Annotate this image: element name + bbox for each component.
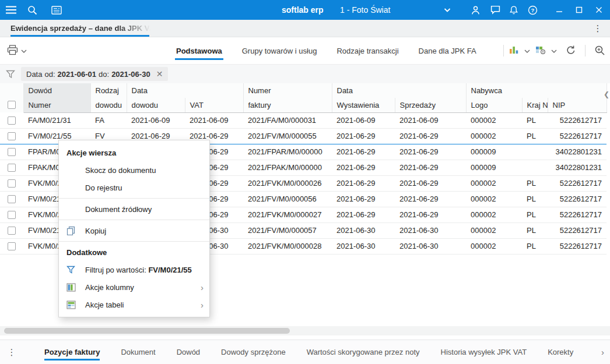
menu-item-to-register[interactable]: Do rejestru [59, 179, 209, 196]
col-subheader-nip[interactable]: NIP [548, 98, 607, 112]
bottom-tab-historia-wysylek-jpk-vat[interactable]: Historia wysyłek JPK VAT [441, 340, 527, 364]
cell-sprzedazy: 2021-06-29 [395, 207, 466, 222]
notifications-bell-icon[interactable] [505, 0, 523, 20]
row-checkbox-cell[interactable] [0, 112, 23, 128]
tab-grupy-towarow-i-uslug[interactable]: Grupy towarów i usług [241, 37, 318, 64]
pivot-chevron-down-icon[interactable] [551, 48, 557, 54]
select-all-checkbox[interactable] [8, 101, 16, 109]
menu-divider [59, 241, 209, 242]
menu-hamburger-icon[interactable] [2, 0, 20, 20]
menu-section-row-actions: Akcje wiersza [59, 144, 209, 161]
cell-logo: 000002 [466, 238, 522, 254]
tab-dane-dla-jpk-fa[interactable]: Dane dla JPK FA [418, 37, 478, 64]
pivot-actions-icon[interactable] [535, 45, 546, 56]
col-header-dowod[interactable]: Dowód [23, 83, 90, 98]
col-subheader-faktury[interactable]: faktury [243, 98, 332, 112]
menu-item-copy[interactable]: Kopiuj [59, 222, 209, 239]
company-selector[interactable]: 1 - Foto Świat [340, 0, 390, 20]
print-group[interactable] [7, 37, 27, 64]
col-subheader-sprzedazy[interactable]: Sprzedaży [395, 98, 466, 112]
user-icon[interactable] [467, 0, 484, 20]
col-subheader-kraj[interactable]: Kraj N [522, 98, 548, 112]
col-header-rodzaj[interactable]: Rodzaj [90, 83, 127, 98]
col-subheader-logo[interactable]: Logo [466, 98, 522, 112]
tab-strip-more-icon[interactable]: ⋮ [591, 23, 604, 34]
bottom-tab-wartosci-skorygowane-przez-noty[interactable]: Wartości skorygowane przez noty [307, 340, 420, 364]
row-checkbox[interactable] [8, 227, 16, 235]
window-maximize-icon[interactable] [570, 0, 588, 20]
row-checkbox[interactable] [8, 179, 16, 188]
menu-item-filter-by-value[interactable]: Filtruj po wartości: FV/M0/21/55 [59, 261, 209, 278]
menu-item-column-actions[interactable]: Akcje kolumny › [59, 278, 209, 296]
horizontal-scrollbar-thumb[interactable] [4, 328, 290, 334]
header-select-all[interactable] [0, 83, 23, 112]
horizontal-scrollbar[interactable] [0, 326, 610, 335]
col-subheader-numer[interactable]: Numer [23, 98, 90, 112]
table-row[interactable]: FA/M0/21/31FA2021-06-092021-06-092021/FA… [0, 112, 607, 128]
cell-sprzedazy: 2021-06-29 [395, 160, 466, 175]
help-icon[interactable]: ? [524, 0, 541, 20]
cell-logo: 000002 [466, 191, 522, 207]
row-checkbox[interactable] [8, 242, 16, 250]
row-checkbox-cell[interactable] [0, 144, 23, 160]
cell-numer_faktury: 2021/FA/M0/000031 [243, 112, 332, 128]
filter-funnel-icon[interactable] [0, 70, 21, 79]
bottom-tab-dowod[interactable]: Dowód [177, 340, 200, 364]
row-checkbox-cell[interactable] [0, 128, 23, 144]
company-chevron-down-icon[interactable] [439, 0, 456, 20]
row-checkbox[interactable] [8, 148, 16, 156]
cell-wystawienia: 2021-06-29 [332, 175, 395, 191]
submenu-chevron-right-icon: › [201, 300, 204, 310]
menu-item-goto-document[interactable]: Skocz do dokumentu [59, 161, 209, 179]
cell-kraj: PL [522, 191, 548, 207]
refresh-icon[interactable] [566, 45, 576, 57]
document-tab[interactable]: Ewidencja sprzedaży – dane dla JPK VAT [10, 20, 150, 37]
row-checkbox-cell[interactable] [0, 222, 23, 238]
print-icon[interactable] [7, 45, 18, 57]
row-checkbox-cell[interactable] [0, 160, 23, 175]
col-header-data-grp[interactable]: Data [332, 83, 466, 98]
filter-remove-icon[interactable]: ✕ [156, 69, 163, 79]
col-subheader-wystawienia[interactable]: Wystawienia [332, 98, 395, 112]
row-checkbox[interactable] [8, 116, 16, 125]
cell-kraj: PL [522, 238, 548, 254]
col-header-numer[interactable]: Numer [243, 83, 332, 98]
bottom-tab-pozycje-faktury[interactable]: Pozycje faktury [44, 340, 100, 364]
bottom-tab-korekty[interactable]: Korekty [548, 340, 573, 364]
bottom-more-icon[interactable]: ⋮ [0, 340, 23, 364]
chart-chevron-down-icon[interactable] [524, 48, 530, 54]
col-subheader-dowodu1[interactable]: dowodu [90, 98, 127, 112]
panel-collapse-chevron-icon[interactable]: ❮ [604, 90, 609, 98]
row-checkbox[interactable] [8, 211, 16, 219]
tab-podstawowa[interactable]: Podstawowa [175, 37, 223, 64]
chart-icon[interactable] [509, 45, 519, 56]
col-header-data-dowodu-grp[interactable]: Data [127, 83, 243, 98]
cell-wystawienia: 2021-06-29 [332, 207, 395, 222]
bottom-scroll-chevron-right-icon[interactable]: › [601, 340, 604, 364]
print-chevron-down-icon[interactable] [21, 48, 27, 54]
menu-item-table-actions[interactable]: Akcje tabeli › [59, 296, 209, 313]
row-checkbox-cell[interactable] [0, 175, 23, 191]
document-tab-strip: Ewidencja sprzedaży – dane dla JPK VAT ⋮ [0, 20, 610, 37]
window-minimize-icon[interactable] [551, 0, 568, 20]
tab-rodzaje-transakcji[interactable]: Rodzaje transakcji [335, 37, 399, 64]
menu-item-source-document[interactable]: Dokument źródłowy [59, 200, 209, 218]
row-checkbox-cell[interactable] [0, 207, 23, 222]
row-checkbox[interactable] [8, 195, 16, 203]
filter-chip-date[interactable]: Data od: 2021-06-01 do: 2021-06-30 ✕ [21, 67, 168, 81]
row-checkbox[interactable] [8, 164, 16, 172]
row-checkbox-cell[interactable] [0, 238, 23, 254]
bottom-tab-dokument[interactable]: Dokument [121, 340, 155, 364]
col-subheader-vat[interactable]: VAT [185, 98, 243, 112]
row-checkbox[interactable] [8, 132, 16, 140]
cell-kraj: PL [522, 175, 548, 191]
news-icon[interactable] [48, 0, 65, 20]
bottom-tab-dowody-sprzezone[interactable]: Dowody sprzężone [221, 340, 286, 364]
col-subheader-dowodu2[interactable]: dowodu [127, 98, 185, 112]
window-close-icon[interactable] [590, 0, 608, 20]
row-checkbox-cell[interactable] [0, 191, 23, 207]
col-header-nabywca[interactable]: Nabywca [466, 83, 607, 98]
search-grid-icon[interactable] [594, 45, 605, 57]
chat-icon[interactable] [486, 0, 504, 20]
search-icon[interactable] [23, 0, 41, 20]
